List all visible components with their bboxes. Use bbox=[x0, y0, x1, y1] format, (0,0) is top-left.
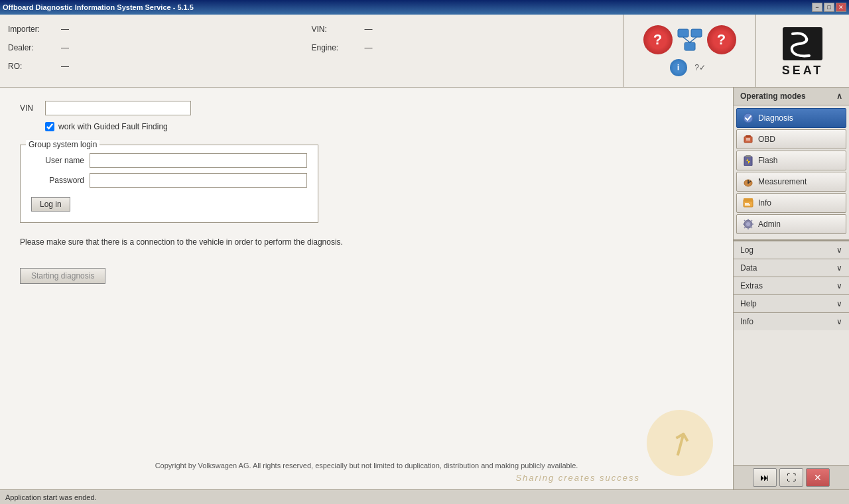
group-box-title: Group system login bbox=[26, 140, 99, 149]
password-input[interactable] bbox=[90, 173, 307, 188]
password-label: Password bbox=[31, 176, 84, 185]
help-section-header[interactable]: Help ∨ bbox=[734, 295, 849, 312]
bottom-buttons: ⏭ ⛶ ✕ bbox=[734, 465, 849, 489]
obd-label: OBD bbox=[758, 135, 775, 144]
svg-rect-16 bbox=[744, 198, 753, 202]
svg-rect-0 bbox=[678, 29, 688, 37]
extras-section: Extras ∨ bbox=[734, 277, 849, 294]
flash-button[interactable]: Flash bbox=[736, 151, 846, 170]
admin-icon bbox=[742, 218, 754, 230]
status-bar: Application start was ended. bbox=[0, 489, 849, 504]
maximize-button[interactable]: □ bbox=[824, 3, 834, 12]
sidebar-header-label: Operating modes bbox=[740, 92, 806, 101]
copyright-text: Copyright by Volkswagen AG. All rights r… bbox=[0, 462, 733, 470]
content-wrapper: VIN work with Guided Fault Finding Group… bbox=[0, 88, 849, 489]
data-section-header[interactable]: Data ∨ bbox=[734, 259, 849, 277]
obd-icon bbox=[742, 133, 754, 145]
watermark-slogan: Sharing creates success bbox=[515, 473, 640, 483]
admin-label: Admin bbox=[758, 220, 781, 229]
fullscreen-icon: ⛶ bbox=[787, 472, 796, 483]
measurement-icon bbox=[742, 176, 754, 188]
help-label: Help bbox=[740, 299, 757, 308]
info-mode-icon bbox=[742, 197, 754, 209]
admin-button[interactable]: Admin bbox=[736, 214, 846, 234]
close-window-button[interactable]: ✕ bbox=[836, 3, 846, 12]
guided-fault-label: work with Guided Fault Finding bbox=[58, 122, 168, 131]
extras-chevron: ∨ bbox=[836, 281, 842, 290]
info-message: Please make sure that there is a connect… bbox=[20, 236, 713, 248]
info-mode-label: Info bbox=[758, 198, 771, 208]
diagnosis-label: Diagnosis bbox=[758, 113, 793, 123]
info-section: Info ∨ bbox=[734, 312, 849, 330]
op-buttons: Diagnosis OBD bbox=[734, 105, 849, 237]
username-label: User name bbox=[31, 156, 84, 165]
title-bar: Offboard Diagnostic Information System S… bbox=[0, 0, 849, 15]
diagnosis-button[interactable]: Diagnosis bbox=[736, 108, 846, 128]
log-section: Log ∨ bbox=[734, 241, 849, 259]
data-chevron: ∨ bbox=[836, 263, 842, 273]
header-logo: SEAT bbox=[756, 15, 849, 87]
forward-button[interactable]: ⏭ bbox=[753, 468, 777, 487]
measurement-button[interactable]: Measurement bbox=[736, 172, 846, 192]
info-section-header[interactable]: Info ∨ bbox=[734, 313, 849, 330]
info-small-icon[interactable]: i bbox=[670, 59, 687, 76]
network-icon[interactable] bbox=[677, 27, 703, 53]
collapse-icon[interactable]: ∧ bbox=[836, 92, 842, 101]
start-diagnosis-button[interactable]: Starting diagnosis bbox=[20, 268, 105, 284]
svg-point-20 bbox=[746, 222, 750, 226]
sidebar-header: Operating modes ∧ bbox=[734, 88, 849, 105]
svg-line-3 bbox=[683, 37, 690, 42]
guided-fault-checkbox[interactable] bbox=[45, 122, 54, 131]
header: Importer: — VIN: — Dealer: — Engine: — R… bbox=[0, 15, 849, 88]
username-input[interactable] bbox=[90, 153, 307, 168]
importer-value: — bbox=[61, 25, 312, 34]
obd-button[interactable]: OBD bbox=[736, 129, 846, 149]
svg-rect-1 bbox=[691, 29, 702, 37]
svg-rect-12 bbox=[746, 155, 751, 157]
ro-label: RO: bbox=[8, 62, 61, 71]
group-system-login-box: Group system login User name Password Lo… bbox=[20, 145, 318, 223]
header-icons: ? ? i ? bbox=[623, 15, 756, 87]
watermark: ↗ bbox=[647, 410, 713, 476]
dealer-value: — bbox=[61, 43, 312, 52]
checkbox-row: work with Guided Fault Finding bbox=[45, 122, 713, 131]
engine-value: — bbox=[365, 43, 616, 52]
extras-section-header[interactable]: Extras ∨ bbox=[734, 277, 849, 294]
login-button[interactable]: Log in bbox=[31, 197, 70, 212]
username-row: User name bbox=[31, 153, 307, 168]
vin-row: VIN bbox=[20, 101, 713, 115]
svg-point-14 bbox=[748, 182, 749, 184]
fullscreen-button[interactable]: ⛶ bbox=[779, 468, 803, 487]
diagnosis-icon bbox=[742, 112, 754, 124]
log-chevron: ∨ bbox=[836, 245, 842, 255]
version-icon[interactable]: ?✓ bbox=[691, 58, 710, 77]
sidebar-close-button[interactable]: ✕ bbox=[806, 468, 830, 487]
app: Importer: — VIN: — Dealer: — Engine: — R… bbox=[0, 15, 849, 504]
vin-header-value: — bbox=[365, 25, 616, 34]
help-icon[interactable]: ? bbox=[643, 25, 673, 54]
ro-value: — bbox=[61, 62, 312, 71]
help-chevron: ∨ bbox=[836, 299, 842, 308]
watermark-arrow: ↗ bbox=[659, 420, 701, 466]
info-section-chevron: ∨ bbox=[836, 317, 842, 326]
flash-label: Flash bbox=[758, 156, 777, 165]
vin-label: VIN bbox=[20, 103, 40, 113]
flash-icon bbox=[742, 155, 754, 166]
svg-line-4 bbox=[690, 37, 696, 42]
importer-label: Importer: bbox=[8, 25, 61, 34]
status-text: Application start was ended. bbox=[5, 493, 97, 501]
help-section: Help ∨ bbox=[734, 294, 849, 312]
vin-input[interactable] bbox=[45, 101, 191, 115]
minimize-button[interactable]: − bbox=[812, 3, 822, 12]
data-section: Data ∨ bbox=[734, 259, 849, 277]
dealer-label: Dealer: bbox=[8, 43, 61, 52]
info-help-icon[interactable]: ? bbox=[707, 25, 736, 54]
title-text: Offboard Diagnostic Information System S… bbox=[3, 3, 194, 11]
extras-label: Extras bbox=[740, 281, 763, 290]
forward-icon: ⏭ bbox=[760, 472, 769, 483]
log-section-header[interactable]: Log ∨ bbox=[734, 241, 849, 259]
svg-rect-2 bbox=[685, 42, 695, 50]
info-button[interactable]: Info bbox=[736, 193, 846, 213]
header-info: Importer: — VIN: — Dealer: — Engine: — R… bbox=[0, 15, 623, 87]
data-label: Data bbox=[740, 263, 757, 273]
